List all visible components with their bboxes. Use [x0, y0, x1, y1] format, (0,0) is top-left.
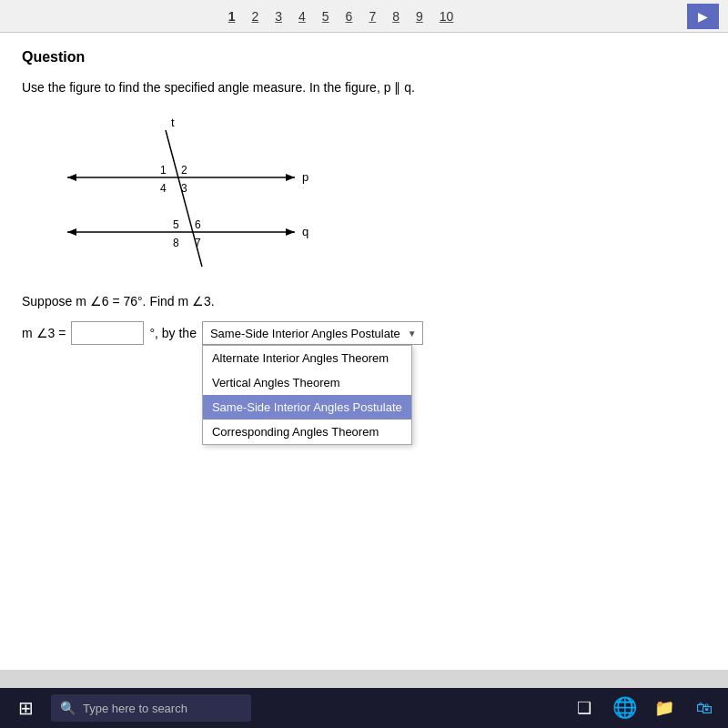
geometry-figure: p q t 1 2 4 3 5 6: [49, 112, 359, 276]
angle-label-3: 3: [181, 182, 187, 195]
nav-num-3[interactable]: 3: [275, 9, 282, 24]
dropdown-item-alternate[interactable]: Alternate Interior Angles Theorem: [203, 346, 411, 370]
search-placeholder-text: Type here to search: [83, 702, 187, 715]
svg-marker-5: [67, 174, 76, 181]
label-t: t: [171, 116, 175, 129]
answer-row: m ∠3 = °, by the Same-Side Interior Angl…: [22, 321, 706, 345]
nav-num-4[interactable]: 4: [298, 9, 306, 24]
suppose-text: Suppose m ∠6 = 76°. Find m ∠3.: [22, 294, 706, 308]
label-q: q: [302, 225, 308, 238]
nav-num-10[interactable]: 10: [440, 9, 454, 24]
svg-marker-1: [286, 174, 295, 181]
edge-icon[interactable]: 🌐: [610, 693, 639, 723]
question-text: Use the figure to find the specified ang…: [22, 78, 706, 97]
dropdown-menu: Alternate Interior Angles Theorem Vertic…: [202, 345, 412, 445]
nav-num-2[interactable]: 2: [251, 9, 258, 24]
angle-label-4: 4: [160, 182, 167, 195]
section-label: Question: [22, 49, 706, 66]
angle-label-5: 5: [173, 218, 179, 231]
taskbar-system-icons: ❑ 🌐 📁 🛍: [570, 693, 719, 723]
label-p: p: [302, 170, 308, 184]
angle-answer-input[interactable]: [71, 321, 144, 345]
degree-by-label: °, by the: [149, 326, 197, 340]
answer-prefix: m ∠3 =: [22, 326, 66, 340]
file-explorer-icon[interactable]: 📁: [650, 693, 679, 723]
main-content: Question Use the figure to find the spec…: [0, 33, 728, 670]
angle-label-6: 6: [195, 218, 201, 231]
theorem-dropdown-wrapper[interactable]: Same-Side Interior Angles Postulate Alte…: [202, 321, 423, 345]
dropdown-selected[interactable]: Same-Side Interior Angles Postulate: [202, 321, 423, 345]
store-icon[interactable]: 🛍: [690, 693, 719, 723]
nav-num-5[interactable]: 5: [322, 9, 329, 24]
nav-num-7[interactable]: 7: [369, 9, 376, 24]
nav-num-9[interactable]: 9: [416, 9, 423, 24]
task-view-icon[interactable]: ❑: [570, 693, 599, 723]
svg-marker-3: [286, 228, 295, 236]
top-navigation: 1 2 3 4 5 6 7 8 9 10 ▶: [0, 0, 728, 33]
search-icon: 🔍: [60, 701, 76, 715]
angle-label-8: 8: [173, 237, 179, 249]
angle-label-7: 7: [195, 237, 201, 249]
next-button[interactable]: ▶: [687, 4, 719, 29]
angle-label-1: 1: [160, 164, 167, 177]
nav-num-1[interactable]: 1: [228, 9, 236, 24]
start-button[interactable]: ⊞: [9, 692, 42, 724]
nav-num-8[interactable]: 8: [392, 9, 399, 24]
dropdown-item-same-side[interactable]: Same-Side Interior Angles Postulate: [203, 395, 411, 420]
taskbar: ⊞ 🔍 Type here to search ❑ 🌐 📁 🛍: [0, 688, 728, 728]
search-bar[interactable]: 🔍 Type here to search: [51, 694, 251, 722]
dropdown-item-vertical[interactable]: Vertical Angles Theorem: [203, 370, 411, 395]
dropdown-selected-text: Same-Side Interior Angles Postulate: [210, 327, 400, 340]
dropdown-item-corresponding[interactable]: Corresponding Angles Theorem: [203, 420, 411, 444]
angle-label-2: 2: [181, 164, 187, 177]
svg-marker-6: [67, 228, 76, 236]
question-numbers: 1 2 3 4 5 6 7 8 9 10: [9, 9, 672, 24]
nav-num-6[interactable]: 6: [346, 9, 353, 24]
